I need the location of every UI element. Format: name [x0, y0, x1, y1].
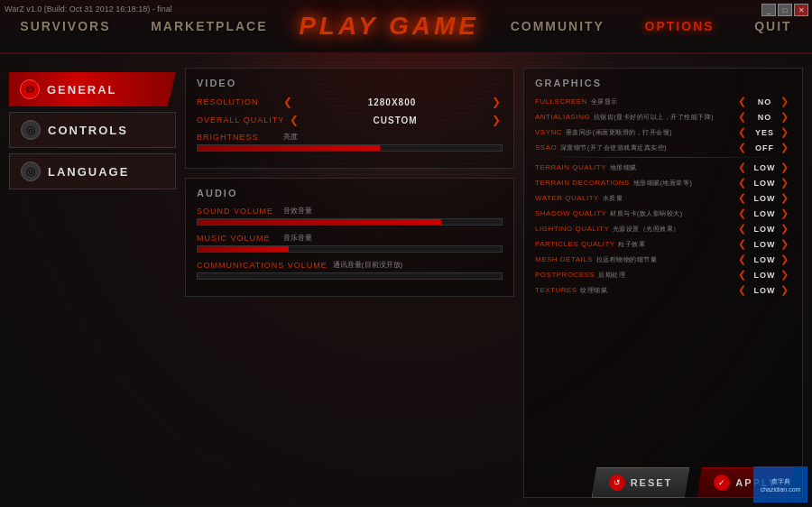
music-volume-sublabel: 音乐音量 [283, 233, 312, 243]
mesh-prev[interactable]: ❮ [738, 254, 749, 265]
sidebar: ⚙ GENERAL ◎ CONTROLS ◎ LANGUAGE [9, 63, 176, 498]
music-volume-slider[interactable] [197, 245, 503, 253]
music-volume-container: MUSIC VOLUME 音乐音量 [197, 233, 503, 253]
sidebar-item-language[interactable]: ◎ LANGUAGE [9, 153, 176, 189]
fullscreen-prev[interactable]: ❮ [738, 96, 749, 107]
gfx-shadow-label: SHADOW QUALITY 材质与卡(敌人影响较大) [535, 209, 738, 218]
nav-marketplace[interactable]: MARKETPLACE [142, 14, 276, 38]
gfx-terrain-label: TERRAIN QUALITY 地形细腻 [535, 163, 738, 172]
postprocess-next[interactable]: ❯ [780, 269, 791, 281]
sound-volume-slider[interactable] [197, 218, 503, 226]
particles-next[interactable]: ❯ [780, 238, 791, 250]
nav-survivors[interactable]: SURVIVORS [11, 14, 119, 38]
gfx-terrain-dec-label: TERRAIN DECORATIONS 地形细腻(地面草等) [535, 179, 738, 188]
music-volume-label: MUSIC VOLUME [197, 234, 278, 243]
main-content: ⚙ GENERAL ◎ CONTROLS ◎ LANGUAGE VIDEO RE… [0, 54, 812, 507]
vsync-next[interactable]: ❯ [780, 126, 791, 138]
gfx-postprocess-label: POSTPROCESS 后期处理 [535, 271, 738, 280]
brightness-slider[interactable] [197, 144, 503, 152]
resolution-row: RESOLUTION ❮ 1280X800 ❯ [197, 96, 503, 108]
nav-quit[interactable]: QUIT [745, 14, 800, 38]
mesh-value: LOW [749, 255, 780, 264]
ssao-prev[interactable]: ❮ [738, 142, 749, 153]
minimize-button[interactable]: _ [761, 4, 776, 16]
gfx-aa-label: ANTIALIASING 抗锯齿(显卡好的可以上，开了性能下降) [535, 113, 738, 122]
vsync-prev[interactable]: ❮ [738, 126, 749, 138]
gfx-aa-row: ANTIALIASING 抗锯齿(显卡好的可以上，开了性能下降) ❮ NO ❯ [535, 111, 791, 123]
particles-value: LOW [749, 240, 780, 249]
sidebar-item-controls[interactable]: ◎ CONTROLS [9, 112, 176, 148]
apply-icon: ✓ [714, 475, 730, 491]
gfx-terrain-row: TERRAIN QUALITY 地形细腻 ❮ LOW ❯ [535, 161, 791, 173]
lighting-next[interactable]: ❯ [780, 223, 791, 235]
water-next[interactable]: ❯ [780, 192, 791, 204]
postprocess-value: LOW [749, 271, 780, 280]
sidebar-general-label: GENERAL [47, 83, 117, 97]
brightness-label: BRIGHTNESS [197, 133, 278, 142]
audio-title: AUDIO [197, 188, 503, 198]
sound-volume-label: SOUND VOLUME [197, 207, 278, 216]
comm-volume-sublabel: 通讯音量(目前没开放) [333, 260, 402, 270]
fullscreen-next[interactable]: ❯ [780, 96, 791, 107]
brightness-container: BRIGHTNESS 亮度 [197, 132, 503, 152]
shadow-prev[interactable]: ❮ [738, 207, 749, 219]
quality-label: OVERALL QUALITY [197, 115, 284, 124]
aa-next[interactable]: ❯ [780, 111, 791, 123]
textures-next[interactable]: ❯ [780, 284, 791, 296]
close-button[interactable]: ✕ [794, 4, 808, 16]
gfx-textures-row: TEXTURES 纹理细腻 ❮ LOW ❯ [535, 284, 791, 296]
shadow-value: LOW [749, 209, 780, 218]
water-prev[interactable]: ❮ [738, 192, 749, 204]
quality-prev[interactable]: ❮ [288, 114, 300, 126]
lighting-prev[interactable]: ❮ [738, 223, 749, 235]
quality-next[interactable]: ❯ [490, 114, 503, 126]
right-panel: GRAPHICS FULLSCREEN 全屏显示 ❮ NO ❯ ANTIALIA… [523, 63, 803, 498]
comm-volume-slider[interactable] [197, 272, 503, 280]
ssao-next[interactable]: ❯ [780, 142, 791, 153]
terrain-dec-next[interactable]: ❯ [780, 177, 791, 189]
terrain-next[interactable]: ❯ [780, 161, 791, 173]
watermark: 查字典chazidian.com [753, 466, 807, 502]
quality-row: OVERALL QUALITY ❮ CUSTOM ❯ [197, 114, 503, 126]
resolution-next[interactable]: ❯ [490, 96, 503, 108]
gfx-vsync-row: VSYNC 垂直同步(画面更顺滑的，打开会慢) ❮ YES ❯ [535, 126, 791, 138]
gfx-mesh-row: MESH DETAILS 拉远程物物的细节量 ❮ LOW ❯ [535, 254, 791, 265]
sidebar-language-label: LANGUAGE [48, 165, 129, 179]
aa-prev[interactable]: ❮ [738, 111, 749, 123]
reset-button[interactable]: ↺ RESET [592, 467, 690, 498]
video-section: VIDEO RESOLUTION ❮ 1280X800 ❯ OVERALL QU… [185, 68, 514, 169]
postprocess-prev[interactable]: ❮ [738, 269, 749, 281]
reset-label: RESET [631, 477, 673, 488]
sound-volume-sublabel: 音效音量 [283, 206, 312, 216]
maximize-button[interactable]: □ [778, 4, 792, 16]
comm-volume-label: COMMUNICATIONS VOLUME [197, 261, 328, 270]
nav-community[interactable]: COMMUNITY [502, 14, 614, 38]
gfx-shadow-row: SHADOW QUALITY 材质与卡(敌人影响较大) ❮ LOW ❯ [535, 207, 791, 219]
gfx-mesh-label: MESH DETAILS 拉远程物物的细节量 [535, 255, 738, 264]
gear-icon: ⚙ [20, 79, 40, 99]
mesh-next[interactable]: ❯ [780, 254, 791, 265]
aa-value: NO [749, 113, 780, 122]
nav-options[interactable]: OPTIONS [636, 14, 724, 38]
terrain-dec-prev[interactable]: ❮ [738, 177, 749, 189]
comm-volume-container: COMMUNICATIONS VOLUME 通讯音量(目前没开放) [197, 260, 503, 280]
gfx-fullscreen-label: FULLSCREEN 全屏显示 [535, 97, 738, 106]
nav-play-game[interactable]: PLAY GAME [299, 12, 479, 41]
terrain-value: LOW [749, 163, 780, 172]
textures-prev[interactable]: ❮ [738, 284, 749, 296]
sound-volume-fill [198, 219, 441, 225]
resolution-prev[interactable]: ❮ [281, 96, 294, 108]
particles-prev[interactable]: ❮ [738, 238, 749, 250]
resolution-value: 1280X800 [298, 97, 486, 107]
ssao-value: OFF [749, 143, 780, 152]
reset-icon: ↺ [609, 475, 625, 491]
shadow-next[interactable]: ❯ [780, 207, 791, 219]
gfx-postprocess-row: POSTPROCESS 后期处理 ❮ LOW ❯ [535, 269, 791, 281]
vsync-value: YES [749, 128, 780, 137]
gfx-textures-label: TEXTURES 纹理细腻 [535, 286, 738, 295]
textures-value: LOW [749, 286, 780, 295]
divider-1 [535, 157, 791, 158]
version-text: WarZ v1.0 (Build: Oct 31 2012 16:18:18) … [5, 5, 172, 14]
terrain-prev[interactable]: ❮ [738, 161, 749, 173]
sidebar-item-general[interactable]: ⚙ GENERAL [9, 72, 176, 106]
